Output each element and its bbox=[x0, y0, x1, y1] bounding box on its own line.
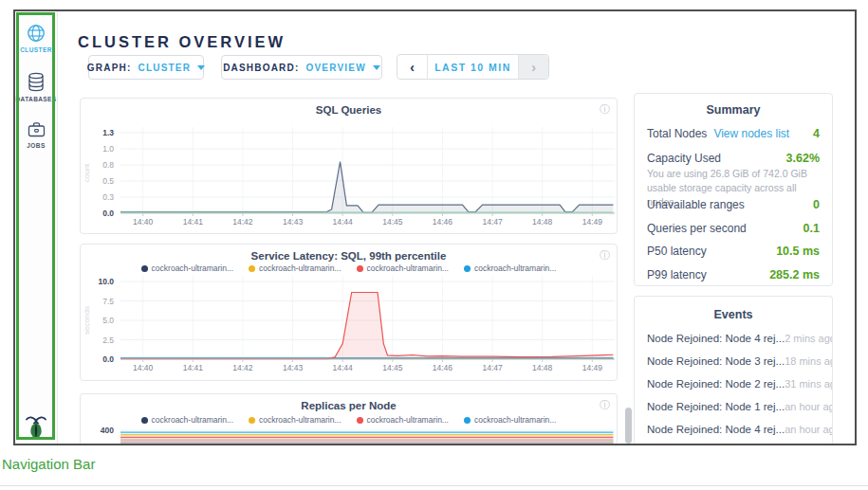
svg-text:14:40: 14:40 bbox=[133, 363, 154, 372]
event-time: 2 mins ago bbox=[785, 333, 833, 344]
time-prev-button[interactable]: ‹ bbox=[397, 55, 428, 79]
summary-value: 285.2 ms bbox=[769, 268, 820, 281]
sql-queries-chart-panel: SQL Queries ⓘ 0.00.30.50.81.01.314:4014:… bbox=[80, 98, 618, 234]
summary-label: Unavailable ranges bbox=[647, 198, 745, 211]
svg-text:14:46: 14:46 bbox=[433, 363, 453, 372]
svg-text:14:46: 14:46 bbox=[433, 217, 453, 227]
summary-row-p99: P99 latency 285.2 ms bbox=[647, 268, 820, 281]
dashboard-dropdown-value: OVERVIEW bbox=[306, 63, 366, 73]
service-latency-chart-panel: Service Latency: SQL, 99th percentile ⓘ … bbox=[80, 244, 618, 381]
summary-row-unavailable: Unavailable ranges 0 bbox=[647, 198, 820, 211]
summary-row-capacity: Capacity Used 3.62% bbox=[647, 152, 820, 165]
summary-title: Summary bbox=[635, 103, 832, 117]
sidebar: CLUSTER DATABASES JOBS bbox=[15, 11, 58, 444]
svg-text:14:48: 14:48 bbox=[532, 363, 553, 372]
svg-text:14:48: 14:48 bbox=[532, 217, 553, 227]
sidebar-item-cluster[interactable]: CLUSTER bbox=[15, 23, 57, 53]
app-window: CLUSTER DATABASES JOBS bbox=[13, 9, 857, 445]
event-text: Node Rejoined: Node 4 rej... bbox=[647, 333, 785, 344]
annotation-divider bbox=[0, 485, 868, 486]
summary-value: 4 bbox=[813, 127, 820, 140]
svg-text:5.0: 5.0 bbox=[102, 316, 114, 325]
summary-value: 10.5 ms bbox=[776, 245, 820, 258]
scrollbar-thumb[interactable] bbox=[625, 408, 632, 444]
svg-text:0.5: 0.5 bbox=[102, 176, 114, 186]
events-panel: Events Node Rejoined: Node 4 rej... 2 mi… bbox=[634, 296, 833, 444]
event-text: Node Rejoined: Node 1 rej... bbox=[647, 401, 785, 412]
summary-label: Queries per second bbox=[647, 222, 747, 235]
event-row: Node Rejoined: Node 3 rej... 18 mins ago bbox=[647, 355, 820, 367]
sidebar-item-databases[interactable]: DATABASES bbox=[15, 72, 57, 102]
svg-text:14:49: 14:49 bbox=[582, 217, 603, 227]
svg-text:14:41: 14:41 bbox=[183, 363, 204, 372]
event-time: 18 mins ago bbox=[785, 355, 833, 367]
svg-text:0.8: 0.8 bbox=[102, 160, 114, 170]
summary-label: P99 latency bbox=[647, 268, 707, 281]
event-text: Node Rejoined: Node 3 rej... bbox=[647, 355, 785, 367]
svg-text:10.0: 10.0 bbox=[98, 277, 114, 286]
chart-plot-area[interactable]: 400 bbox=[81, 394, 618, 444]
sidebar-item-label: CLUSTER bbox=[15, 46, 57, 53]
summary-label: Total NodesView nodes list bbox=[647, 127, 789, 140]
event-time: an hour ago bbox=[785, 401, 833, 412]
summary-value: 0.1 bbox=[803, 222, 820, 235]
svg-text:14:40: 14:40 bbox=[133, 217, 154, 227]
summary-row-p50: P50 latency 10.5 ms bbox=[647, 245, 820, 258]
svg-text:14:45: 14:45 bbox=[382, 363, 403, 372]
cockroachdb-logo[interactable] bbox=[24, 413, 48, 442]
chart-plot-area[interactable]: 0.00.30.50.81.01.314:4014:4114:4214:4314… bbox=[81, 99, 618, 234]
time-window-selector: ‹ LAST 10 MIN › bbox=[397, 54, 549, 80]
chart-plot-area[interactable]: 0.02.55.07.510.014:4014:4114:4214:4314:4… bbox=[81, 245, 618, 381]
summary-value: 3.62% bbox=[786, 152, 820, 165]
svg-text:seconds: seconds bbox=[83, 306, 91, 335]
svg-text:14:49: 14:49 bbox=[582, 363, 603, 372]
svg-text:count: count bbox=[83, 163, 91, 182]
event-time: 31 mins ago bbox=[785, 378, 833, 390]
event-row: Node Rejoined: Node 1 rej... an hour ago bbox=[647, 401, 820, 412]
svg-text:14:45: 14:45 bbox=[382, 217, 403, 227]
summary-label: P50 latency bbox=[647, 245, 707, 258]
svg-text:14:42: 14:42 bbox=[232, 217, 253, 227]
svg-text:7.5: 7.5 bbox=[102, 297, 114, 306]
summary-row-qps: Queries per second 0.1 bbox=[647, 222, 820, 235]
summary-label: Capacity Used bbox=[647, 152, 721, 165]
events-title: Events bbox=[635, 308, 832, 321]
briefcase-icon bbox=[27, 119, 46, 139]
database-icon bbox=[27, 72, 46, 93]
annotation-label: Navigation Bar bbox=[2, 456, 95, 472]
svg-text:14:47: 14:47 bbox=[482, 217, 503, 227]
time-next-button: › bbox=[518, 55, 548, 79]
summary-panel: Summary Total NodesView nodes list 4 Cap… bbox=[634, 93, 833, 286]
graph-dropdown[interactable]: GRAPH: CLUSTER bbox=[88, 55, 204, 80]
svg-text:14:44: 14:44 bbox=[333, 217, 354, 227]
cockroach-icon bbox=[24, 413, 48, 442]
sidebar-item-label: JOBS bbox=[15, 142, 57, 149]
svg-text:14:43: 14:43 bbox=[283, 217, 304, 227]
globe-icon bbox=[26, 23, 46, 44]
time-window-label[interactable]: LAST 10 MIN bbox=[428, 55, 518, 79]
svg-text:14:41: 14:41 bbox=[183, 217, 204, 227]
event-text: Node Rejoined: Node 2 rej... bbox=[647, 378, 785, 390]
event-row: Node Rejoined: Node 2 rej... 31 mins ago bbox=[647, 378, 820, 390]
svg-text:1.3: 1.3 bbox=[102, 128, 114, 137]
graph-dropdown-value: CLUSTER bbox=[139, 63, 192, 73]
event-row: Node Rejoined: Node 4 rej... an hour ago bbox=[647, 424, 820, 435]
svg-text:0.0: 0.0 bbox=[102, 354, 114, 364]
svg-text:14:47: 14:47 bbox=[482, 363, 503, 372]
svg-text:400: 400 bbox=[101, 426, 114, 435]
svg-text:1.0: 1.0 bbox=[102, 144, 114, 154]
svg-text:0.3: 0.3 bbox=[102, 192, 114, 202]
svg-text:14:44: 14:44 bbox=[333, 363, 354, 372]
event-text: Node Rejoined: Node 4 rej... bbox=[647, 424, 785, 435]
dashboard-dropdown-label: DASHBOARD: bbox=[223, 63, 299, 73]
dashboard-dropdown[interactable]: DASHBOARD: OVERVIEW bbox=[221, 55, 382, 80]
event-row: Node Rejoined: Node 4 rej... 2 mins ago bbox=[647, 333, 820, 344]
summary-value: 0 bbox=[813, 198, 820, 211]
chevron-down-icon bbox=[373, 65, 380, 70]
chevron-down-icon bbox=[197, 65, 205, 70]
page-title: CLUSTER OVERVIEW bbox=[78, 33, 286, 51]
svg-text:0.0: 0.0 bbox=[102, 209, 114, 218]
graph-dropdown-label: GRAPH: bbox=[87, 63, 132, 73]
view-nodes-list-link[interactable]: View nodes list bbox=[713, 127, 789, 140]
sidebar-item-jobs[interactable]: JOBS bbox=[15, 119, 57, 149]
